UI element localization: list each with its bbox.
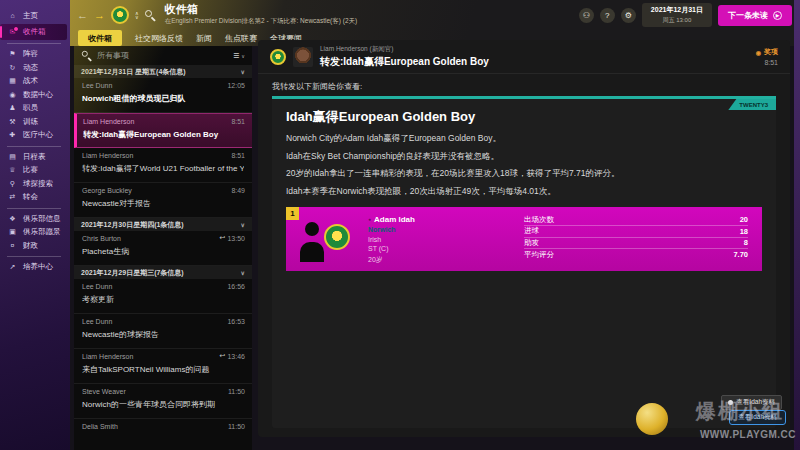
- club-info-icon: ❖: [7, 215, 18, 223]
- page-title: 收件箱: [165, 4, 358, 15]
- sidebar-item-tactics[interactable]: ▦ 战术: [0, 75, 70, 89]
- sidebar-item-medical-centre[interactable]: ✚ 医疗中心: [0, 129, 70, 143]
- title-block: 收件箱 在English Premier Division排名第2 - 下场比赛…: [165, 4, 358, 26]
- mail-subject: Norwich的一些青年球员合同即将到期: [82, 399, 244, 410]
- inbox-list-panel: 所有事项 ☰∨ 2021年12月31日 星期五(4条信息) ∨ Lee Dunn…: [74, 46, 252, 450]
- news-article-card: TWENTY3 Idah赢得European Golden Boy Norwic…: [272, 96, 776, 428]
- tab-featured-leagues[interactable]: 焦点联赛: [225, 33, 257, 44]
- sidebar-separator: [7, 43, 61, 44]
- tab-social-feed[interactable]: 社交网络反馈: [135, 33, 183, 44]
- mail-item[interactable]: Lee Dunn Norwich租借的球员现已归队 12:05: [74, 78, 252, 113]
- sidebar-item-squad[interactable]: ⚑ 阵容: [0, 48, 70, 62]
- mail-subject: Newcastle的球探报告: [82, 329, 244, 340]
- player-name-row[interactable]: ● Adam Idah: [368, 215, 415, 224]
- manager-icon[interactable]: ⚇: [579, 8, 594, 23]
- inbox-group-header[interactable]: 2021年12月29日星期三(7条信息) ∨: [74, 266, 252, 279]
- sidebar-item-staff[interactable]: ♟ 职员: [0, 102, 70, 116]
- mail-item-selected[interactable]: Liam Henderson 转发:Idah赢得European Golden …: [74, 113, 252, 148]
- sidebar-item-transfers[interactable]: ⇄ 转会: [0, 191, 70, 205]
- search-icon[interactable]: [145, 10, 156, 21]
- time-text: 周五 13:00: [651, 16, 703, 25]
- player-card[interactable]: 1 ● Adam Idah Norwich Irish ST (C) 20岁: [286, 207, 762, 271]
- inbox-group-header[interactable]: 2021年12月30日星期四(1条信息) ∨: [74, 218, 252, 231]
- article-title: Idah赢得European Golden Boy: [286, 108, 762, 126]
- group-label: 2021年12月29日星期三(7条信息): [81, 268, 184, 278]
- mail-sender: Liam Henderson: [83, 118, 244, 125]
- club-badge: [324, 224, 350, 250]
- training-icon: ⚒: [7, 118, 18, 126]
- dynamics-icon: ↻: [7, 64, 18, 72]
- sidebar-item-data-hub[interactable]: ◉ 数据中心: [0, 88, 70, 102]
- sidebar-item-label: 俱乐部信息: [23, 214, 61, 224]
- unread-badge: [13, 26, 19, 32]
- mail-sender: Lee Dunn: [82, 82, 244, 89]
- chevron-down-icon: ∨: [241, 269, 245, 276]
- view-profile-button[interactable]: 查看Idah资料: [729, 410, 786, 425]
- sidebar-item-schedule[interactable]: ▤ 日程表: [0, 150, 70, 164]
- sidebar-item-dynamics[interactable]: ↻ 动态: [0, 61, 70, 75]
- next-unread-label: 下一条未读: [728, 10, 768, 21]
- sidebar-item-label: 主页: [23, 11, 38, 21]
- sidebar-item-club-info[interactable]: ❖ 俱乐部信息: [0, 212, 70, 226]
- tooltip-text: 查看Idah资料: [736, 398, 775, 407]
- mail-item[interactable]: Chris Burton Placheta生病 ↩ 13:50: [74, 231, 252, 266]
- message-subject: 转发:Idah赢得European Golden Boy: [320, 55, 489, 69]
- chevron-down-icon: ∨: [241, 221, 245, 228]
- sidebar-item-home[interactable]: ⌂ 主页: [0, 9, 70, 23]
- sidebar-item-label: 比赛: [23, 165, 38, 175]
- settings-gear-icon[interactable]: ⚙: [621, 8, 636, 23]
- mail-time: 8:49: [231, 187, 245, 194]
- club-badge[interactable]: [111, 6, 129, 24]
- article-paragraph: Norwich City的Adam Idah赢得了European Golden…: [286, 133, 762, 144]
- player-position: ST (C): [368, 245, 415, 252]
- mail-item[interactable]: Liam Henderson 转发:Idah赢得了World U21 Footb…: [74, 148, 252, 183]
- tab-news[interactable]: 新闻: [196, 33, 212, 44]
- help-icon[interactable]: ?: [600, 8, 615, 23]
- award-icon: ◉: [756, 49, 761, 56]
- mail-item[interactable]: George Buckley Newcastle对手报告 8:49: [74, 183, 252, 218]
- mail-sender: George Buckley: [82, 187, 244, 194]
- mail-time: 11:50: [228, 423, 245, 430]
- mail-sender: Steve Weaver: [82, 388, 244, 395]
- inbox-group-header[interactable]: 2021年12月31日 星期五(4条信息) ∨: [74, 65, 252, 78]
- sidebar-item-inbox[interactable]: ✉ 收件箱: [0, 24, 67, 40]
- title-bar: ← → ∧∨ 收件箱 在English Premier Division排名第2…: [70, 0, 800, 30]
- back-arrow-icon[interactable]: ←: [77, 10, 88, 21]
- finances-icon: ¤: [7, 242, 18, 249]
- forward-arrow-icon[interactable]: →: [94, 10, 105, 21]
- sidebar-item-finances[interactable]: ¤ 财政: [0, 239, 70, 253]
- player-status-icon: ●: [368, 216, 371, 222]
- staff-icon: ♟: [7, 104, 18, 112]
- message-panel: Liam Henderson (新闻官) 转发:Idah赢得European G…: [258, 40, 790, 437]
- player-age: 20岁: [368, 255, 415, 265]
- mail-item[interactable]: Lee Dunn Newcastle的球探报告 16:53: [74, 314, 252, 349]
- club-switcher-chevrons[interactable]: ∧∨: [135, 11, 139, 19]
- search-input[interactable]: 所有事项: [97, 50, 129, 61]
- competitions-icon: ♕: [7, 166, 18, 174]
- sidebar-item-label: 日程表: [23, 152, 46, 162]
- next-unread-button[interactable]: 下一条未读 ▶: [718, 5, 792, 26]
- mail-subject: Newcastle对手报告: [82, 198, 244, 209]
- game-date[interactable]: 2021年12月31日 周五 13:00: [642, 3, 712, 27]
- mail-subject: 来自TalkSPORTNeil Williams的问题: [82, 364, 244, 375]
- mail-sender: Lee Dunn: [82, 318, 244, 325]
- sidebar-item-scouting[interactable]: ⚲ 球探搜索: [0, 177, 70, 191]
- sidebar-item-club-vision[interactable]: ▣ 俱乐部愿景: [0, 226, 70, 240]
- tab-inbox[interactable]: 收件箱: [78, 30, 122, 46]
- mail-item[interactable]: Delia Smith 11:50: [74, 419, 252, 450]
- mail-time: 12:05: [227, 82, 245, 89]
- mail-item[interactable]: Lee Dunn 考察更新 16:56: [74, 279, 252, 314]
- mail-item[interactable]: Steve Weaver Norwich的一些青年球员合同即将到期 11:50: [74, 384, 252, 419]
- sidebar-item-development-centre[interactable]: ↗ 培养中心: [0, 261, 70, 275]
- sidebar-item-competitions[interactable]: ♕ 比赛: [0, 164, 70, 178]
- sidebar-item-training[interactable]: ⚒ 训练: [0, 115, 70, 129]
- sidebar-item-label: 训练: [23, 117, 38, 127]
- message-from: Liam Henderson (新闻官): [320, 45, 489, 54]
- filter-icon[interactable]: ☰∨: [233, 52, 245, 60]
- mail-item[interactable]: Liam Henderson 来自TalkSPORTNeil Williams的…: [74, 349, 252, 384]
- sidebar-item-label: 动态: [23, 63, 38, 73]
- next-arrow-icon: ▶: [773, 11, 782, 20]
- player-club-link[interactable]: Norwich: [368, 226, 415, 233]
- medical-centre-icon: ✚: [7, 131, 18, 139]
- player-name: Adam Idah: [374, 215, 415, 224]
